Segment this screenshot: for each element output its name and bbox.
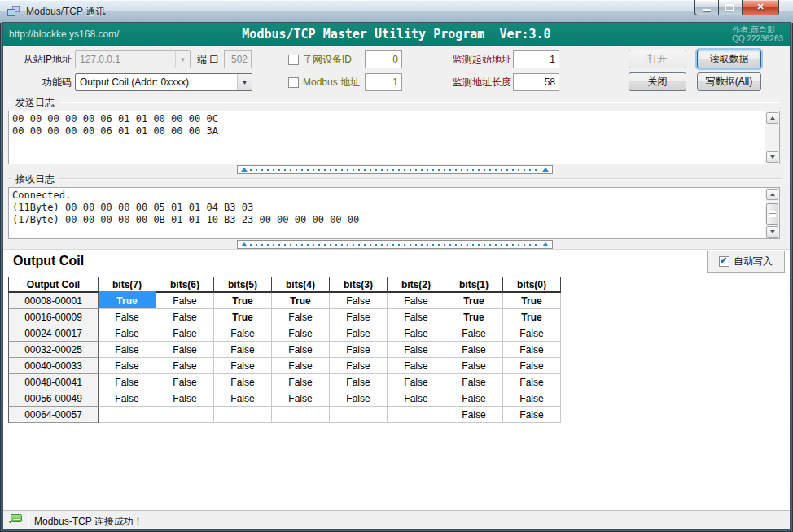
- coil-cell[interactable]: False: [156, 325, 214, 342]
- row-header[interactable]: 00056-00049: [8, 390, 99, 407]
- scroll-down-icon[interactable]: [766, 226, 778, 238]
- receive-log-hscrollbar[interactable]: [237, 240, 553, 249]
- scroll-up-icon[interactable]: [766, 189, 778, 200]
- coil-cell[interactable]: False: [99, 358, 156, 374]
- modbus-addr-input[interactable]: [365, 73, 402, 91]
- row-header[interactable]: 00032-00025: [8, 342, 99, 358]
- coil-cell[interactable]: False: [156, 358, 214, 374]
- coil-cell[interactable]: False: [272, 374, 330, 390]
- coil-cell[interactable]: [156, 407, 214, 423]
- receive-log-vscrollbar[interactable]: [765, 188, 779, 238]
- coil-cell[interactable]: False: [272, 309, 330, 325]
- open-button[interactable]: 打开: [629, 50, 686, 68]
- row-header[interactable]: 00048-00041: [8, 374, 99, 390]
- port-input[interactable]: [224, 50, 252, 68]
- coil-cell[interactable]: True: [503, 293, 561, 309]
- scroll-thumb[interactable]: [766, 203, 778, 225]
- coil-cell[interactable]: False: [388, 342, 445, 358]
- column-header[interactable]: bits(4): [272, 277, 330, 293]
- coil-cell[interactable]: False: [503, 407, 561, 423]
- coil-cell[interactable]: False: [445, 325, 503, 342]
- row-header[interactable]: 00040-00033: [8, 358, 99, 374]
- coil-cell[interactable]: False: [99, 309, 156, 325]
- coil-cell[interactable]: False: [503, 358, 561, 374]
- column-header-rowlabel[interactable]: Output Coil: [8, 277, 99, 293]
- send-log-box[interactable]: 00 00 00 00 00 06 01 01 00 00 00 0C 00 0…: [8, 111, 780, 164]
- coil-cell[interactable]: True: [445, 309, 503, 325]
- coil-cell[interactable]: False: [388, 325, 445, 342]
- coil-cell[interactable]: False: [214, 342, 272, 358]
- coil-cell[interactable]: False: [214, 374, 272, 390]
- scroll-up-icon[interactable]: [766, 112, 778, 124]
- column-header[interactable]: bits(0): [503, 277, 561, 293]
- coil-cell[interactable]: True: [503, 309, 561, 325]
- coil-cell[interactable]: False: [272, 358, 330, 374]
- coil-cell[interactable]: False: [99, 390, 156, 407]
- coil-cell[interactable]: False: [272, 325, 330, 342]
- coil-cell[interactable]: [99, 407, 156, 423]
- subnet-id-input[interactable]: [365, 50, 402, 68]
- coil-cell[interactable]: False: [503, 390, 561, 407]
- coil-cell[interactable]: False: [156, 309, 214, 325]
- coil-cell[interactable]: False: [445, 342, 503, 358]
- subnet-id-checkbox[interactable]: [288, 55, 299, 65]
- coil-cell[interactable]: False: [214, 390, 272, 407]
- maximize-button[interactable]: [719, 0, 742, 15]
- coil-cell[interactable]: False: [330, 325, 388, 342]
- coil-cell[interactable]: False: [214, 358, 272, 374]
- coil-cell[interactable]: False: [156, 342, 214, 358]
- monitor-start-input[interactable]: [513, 50, 559, 68]
- coil-cell[interactable]: False: [388, 309, 445, 325]
- close-button[interactable]: ✕: [742, 0, 779, 15]
- coil-cell[interactable]: False: [445, 390, 503, 407]
- coil-cell[interactable]: False: [99, 342, 156, 358]
- coil-cell[interactable]: [214, 407, 272, 423]
- coil-cell[interactable]: True: [445, 293, 503, 309]
- coil-cell[interactable]: True: [272, 293, 330, 309]
- coil-cell[interactable]: False: [330, 293, 388, 309]
- column-header[interactable]: bits(7): [99, 277, 156, 293]
- receive-log-box[interactable]: Connected. (11Byte) 00 00 00 00 00 05 01…: [8, 187, 780, 239]
- coil-cell[interactable]: False: [156, 374, 214, 390]
- send-log-vscrollbar[interactable]: [765, 111, 779, 164]
- column-header[interactable]: bits(3): [330, 277, 388, 293]
- send-log-hscrollbar[interactable]: [237, 165, 553, 174]
- coil-cell[interactable]: False: [99, 325, 156, 342]
- column-header[interactable]: bits(1): [445, 277, 503, 293]
- column-header[interactable]: bits(6): [156, 277, 214, 293]
- row-header[interactable]: 00064-00057: [8, 407, 99, 423]
- coil-cell[interactable]: False: [388, 358, 445, 374]
- coil-cell[interactable]: True: [99, 293, 156, 309]
- slave-ip-select[interactable]: 127.0.0.1 ▾: [75, 50, 191, 68]
- coil-cell[interactable]: False: [330, 358, 388, 374]
- coil-cell[interactable]: False: [330, 374, 388, 390]
- coil-cell[interactable]: False: [330, 309, 388, 325]
- coil-cell[interactable]: False: [156, 390, 214, 407]
- coil-cell[interactable]: False: [445, 358, 503, 374]
- column-header[interactable]: bits(5): [214, 277, 272, 293]
- coil-cell[interactable]: False: [272, 342, 330, 358]
- function-code-select[interactable]: Output Coil (Addr: 0xxxx) ▾: [75, 73, 252, 91]
- coil-cell[interactable]: False: [330, 390, 388, 407]
- modbus-addr-checkbox[interactable]: [288, 77, 299, 88]
- read-data-button[interactable]: 读取数据: [697, 50, 761, 68]
- coil-cell[interactable]: False: [99, 374, 156, 390]
- coil-cell[interactable]: False: [330, 342, 388, 358]
- titlebar[interactable]: Modbus/TCP 通讯 ✕: [0, 0, 793, 23]
- coil-cell[interactable]: False: [388, 390, 445, 407]
- row-header[interactable]: 00008-00001: [8, 293, 99, 309]
- scroll-down-icon[interactable]: [766, 151, 778, 163]
- monitor-length-input[interactable]: [513, 73, 559, 91]
- coil-cell[interactable]: False: [388, 374, 445, 390]
- close-connection-button[interactable]: 关闭: [629, 72, 686, 91]
- coil-cell[interactable]: False: [503, 374, 561, 390]
- auto-write-checkbox[interactable]: ✔: [719, 256, 729, 267]
- coil-cell[interactable]: False: [503, 342, 561, 358]
- coil-cell[interactable]: True: [214, 309, 272, 325]
- write-data-button[interactable]: 写数据(All): [697, 72, 761, 91]
- row-header[interactable]: 00016-00009: [8, 309, 99, 325]
- row-header[interactable]: 00024-00017: [8, 325, 99, 342]
- coil-cell[interactable]: False: [445, 407, 503, 423]
- coil-cell[interactable]: False: [214, 325, 272, 342]
- minimize-button[interactable]: [694, 0, 719, 15]
